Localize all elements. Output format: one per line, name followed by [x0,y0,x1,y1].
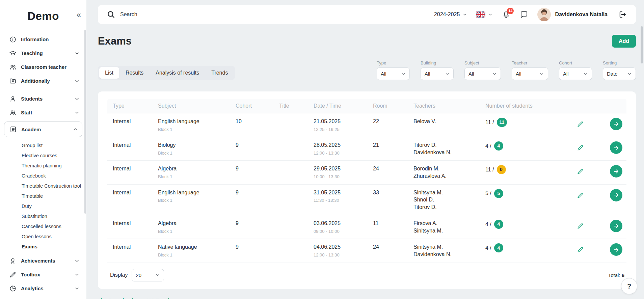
tab-results[interactable]: Results [120,67,149,79]
filter-label: Teacher [512,60,548,65]
type-filter-select[interactable]: All [377,67,410,80]
pencil-icon [576,222,584,230]
exam-teachers: Belova V. [413,118,485,125]
sidebar-item-analytics[interactable]: Analytics [0,281,86,295]
sidebar-item-toolbox[interactable]: Toolbox [0,268,86,281]
sidebar-item-label: Students [21,96,43,102]
cohort-filter-select[interactable]: All [559,67,592,80]
open-exam-button[interactable] [610,141,622,154]
app-root: Demo « Information Teaching Classroom te… [0,0,644,299]
edit-button[interactable] [576,222,584,230]
sidebar-scrollbar[interactable] [84,30,86,214]
add-exam-button[interactable]: Add [612,35,636,48]
exam-block: Block 1 [158,174,236,180]
edit-button[interactable] [576,246,584,253]
sidebar-item-achievements[interactable]: Achievements [0,254,86,268]
chevron-down-icon [74,286,80,291]
page-size-select[interactable]: 20 [132,269,164,281]
sidebar-collapse-button[interactable]: « [77,11,81,19]
exam-room: 24 [373,165,413,172]
open-exam-button[interactable] [610,220,622,232]
sidebar-item-label: Teaching [21,50,43,56]
sidebar-item-teaching[interactable]: Teaching [0,46,86,60]
open-exam-button[interactable] [610,189,622,201]
sidebar-subitem-duty[interactable]: Duty [0,201,86,211]
sidebar-item-academ-box: Academ [4,121,82,137]
topbar: 2024-2025 14 Davidenkova Natalia [98,5,636,24]
page-scrollbar[interactable] [641,26,643,63]
open-exam-button[interactable] [610,243,622,256]
search-input[interactable] [120,11,262,18]
sidebar-subitem-elective-courses[interactable]: Elective courses [0,151,86,161]
main-area: 2024-2025 14 Davidenkova Natalia [86,0,644,299]
tab-analysis-of-results[interactable]: Analysis of results [150,67,205,79]
col-header-type: Type [113,103,158,109]
school-year-selector[interactable]: 2024-2025 [434,11,467,18]
download-excel-link[interactable]: Download as a MS Excel [98,297,636,299]
edit-button[interactable] [576,144,584,152]
filter-subject: Subject All [464,60,501,80]
select-value: All [468,71,474,77]
sidebar-item-academ[interactable]: Academ [4,122,82,137]
sidebar-subitem-exams[interactable]: Exams [0,242,86,252]
row-actions [576,141,626,154]
students-badge: 4 [494,243,503,252]
open-exam-button[interactable] [610,165,622,178]
notification-count-badge: 14 [507,8,514,14]
sidebar-item-label: Achievements [21,258,55,264]
exam-type: Internal [113,165,158,172]
students-count: 4 / [485,244,491,252]
subject-filter-select[interactable]: All [464,67,501,80]
sidebar-subitem-substitution[interactable]: Substitution [0,211,86,221]
exam-block: Block 1 [158,252,236,258]
exam-cohort: 9 [236,220,279,227]
filter-cohort: Cohort All [559,60,592,80]
sidebar-item-staff[interactable]: Staff [0,106,86,119]
info-icon [9,36,17,43]
sidebar-header: Demo « [0,0,86,32]
edit-button[interactable] [576,167,584,175]
sidebar-subitem-cancelled-lessons[interactable]: Cancelled lessons [0,221,86,232]
students-icon [9,95,17,103]
exam-subject: AlgebraBlock 1 [158,220,236,234]
sidebar-item-additionally[interactable]: Additionally [0,74,86,88]
sidebar-item-directory[interactable]: Directory [0,295,86,299]
exam-block: Block 1 [158,197,236,203]
exam-time: 12:00 - 13:30 [314,252,373,258]
sidebar-subitem-open-lessons[interactable]: Open lessons [0,232,86,242]
exam-room: 11 [373,220,413,227]
filter-building: Building All [421,60,454,80]
tab-list[interactable]: List [99,67,119,79]
col-header-room: Room [373,103,413,109]
sidebar-subitem-group-list[interactable]: Group list [0,140,86,151]
language-selector[interactable] [476,11,493,18]
user-menu[interactable]: Davidenkova Natalia [537,8,608,21]
sidebar-subitem-gradebook[interactable]: Gradebook [0,171,86,181]
logout-button[interactable] [618,10,627,19]
edit-button[interactable] [576,191,584,199]
edit-button[interactable] [576,120,584,128]
pencil-icon [576,120,584,128]
help-button[interactable]: ? [621,278,637,294]
sidebar-subitem-thematic-planning[interactable]: Thematic planning [0,161,86,171]
sorting-filter-select[interactable]: Date [603,67,636,80]
sidebar-subitem-timetable[interactable]: Timetable [0,191,86,201]
school-year-value: 2024-2025 [434,11,460,18]
sidebar-item-students[interactable]: Students [0,92,86,106]
open-exam-button[interactable] [610,118,622,130]
topbar-right: 2024-2025 14 Davidenkova Natalia [434,8,627,21]
filter-label: Building [421,60,454,65]
sidebar-subitem-timetable-construction-tool[interactable]: Timetable Construction tool [0,181,86,191]
notifications-button[interactable]: 14 [502,10,511,19]
arrow-right-icon [613,121,620,128]
sidebar-item-label: Additionally [21,78,50,84]
exam-cohort: 9 [236,243,279,251]
messages-button[interactable] [519,10,529,19]
building-filter-select[interactable]: All [421,67,454,80]
sidebar-item-information[interactable]: Information [0,32,86,46]
exam-time: 10:00 - 13:30 [314,174,373,180]
tab-trends[interactable]: Trends [206,67,234,79]
teacher-filter-select[interactable]: All [512,67,548,80]
sidebar-item-classroom-teacher[interactable]: Classroom teacher [0,60,86,74]
display-label: Display [110,272,128,278]
